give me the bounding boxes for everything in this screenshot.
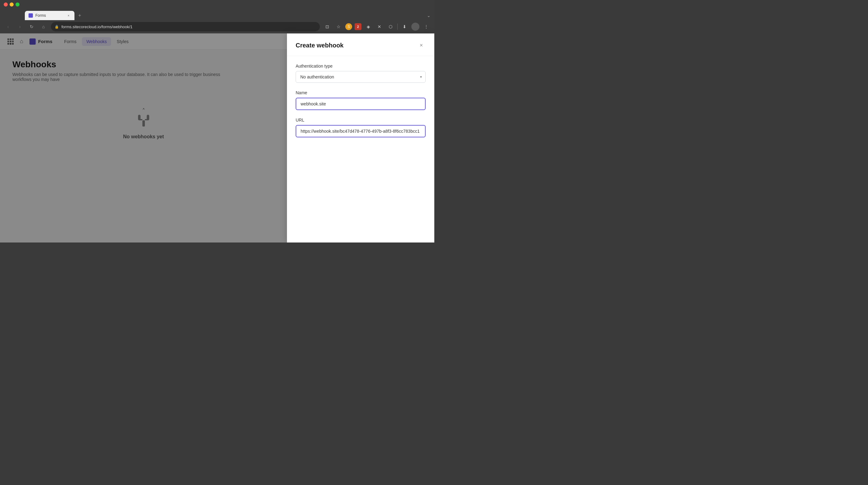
auth-type-label: Authentication type [296, 64, 426, 68]
panel-close-button[interactable]: × [417, 41, 426, 50]
tab-title: Forms [35, 13, 64, 18]
titlebar [0, 0, 434, 9]
screen-capture-icon[interactable]: ⊡ [323, 22, 332, 31]
panel-header: Create webhook × [287, 33, 434, 56]
tab-favicon [29, 13, 33, 18]
auth-type-select-wrapper: No authentication Basic authentication B… [296, 71, 426, 83]
new-tab-button[interactable]: + [76, 11, 84, 20]
address-bar-row: ‹ › ↻ ⌂ 🔒 forms.sitecorecloud.io/forms/w… [0, 20, 434, 33]
panel-body: Authentication type No authentication Ba… [287, 56, 434, 145]
extension-5-icon[interactable]: ⬡ [386, 22, 395, 31]
extension-3-icon[interactable]: ◈ [364, 22, 373, 31]
bookmark-icon[interactable]: ☆ [334, 22, 343, 31]
app-area: ⌂ Forms Forms Webhooks Styles Webhooks W… [0, 33, 434, 243]
security-lock-icon: 🔒 [55, 25, 59, 29]
tab-list-icon[interactable]: ⌄ [427, 13, 431, 18]
name-group: Name [296, 90, 426, 110]
auth-type-select[interactable]: No authentication Basic authentication B… [296, 71, 426, 83]
download-icon[interactable]: ⬇ [400, 22, 409, 31]
extension-4-icon[interactable]: ✕ [375, 22, 384, 31]
browser-chrome: Forms × + ⌄ ‹ › ↻ ⌂ 🔒 forms.sitecoreclou… [0, 0, 434, 33]
address-bar[interactable]: 🔒 forms.sitecorecloud.io/forms/webhook/1 [51, 22, 320, 31]
url-display: forms.sitecorecloud.io/forms/webhook/1 [61, 25, 316, 29]
home-button[interactable]: ⌂ [39, 22, 48, 31]
toolbar-icons: ⊡ ☆ S 2 ◈ ✕ ⬡ ⬇ ⋮ [323, 22, 431, 31]
active-tab[interactable]: Forms × [25, 11, 74, 20]
profile-icon[interactable] [411, 23, 420, 31]
name-input[interactable] [296, 98, 426, 110]
refresh-button[interactable]: ↻ [27, 22, 36, 31]
url-label: URL [296, 118, 426, 123]
minimize-traffic-light[interactable] [10, 2, 14, 6]
overlay-background [0, 33, 287, 243]
panel-title: Create webhook [296, 42, 343, 49]
create-webhook-panel: Create webhook × Authentication type No … [287, 33, 434, 243]
url-group: URL [296, 118, 426, 137]
extension-2-icon[interactable]: 2 [354, 23, 362, 30]
extension-1-icon[interactable]: S [345, 23, 352, 30]
auth-type-group: Authentication type No authentication Ba… [296, 64, 426, 83]
traffic-lights [4, 2, 20, 6]
tabs-bar: Forms × + ⌄ [0, 9, 434, 20]
back-button[interactable]: ‹ [4, 22, 12, 31]
name-label: Name [296, 90, 426, 95]
maximize-traffic-light[interactable] [16, 2, 20, 6]
close-traffic-light[interactable] [4, 2, 8, 6]
url-input[interactable] [296, 125, 426, 137]
divider [397, 24, 398, 30]
forward-button[interactable]: › [16, 22, 24, 31]
tab-close-button[interactable]: × [66, 13, 71, 18]
more-options-icon[interactable]: ⋮ [422, 22, 431, 31]
